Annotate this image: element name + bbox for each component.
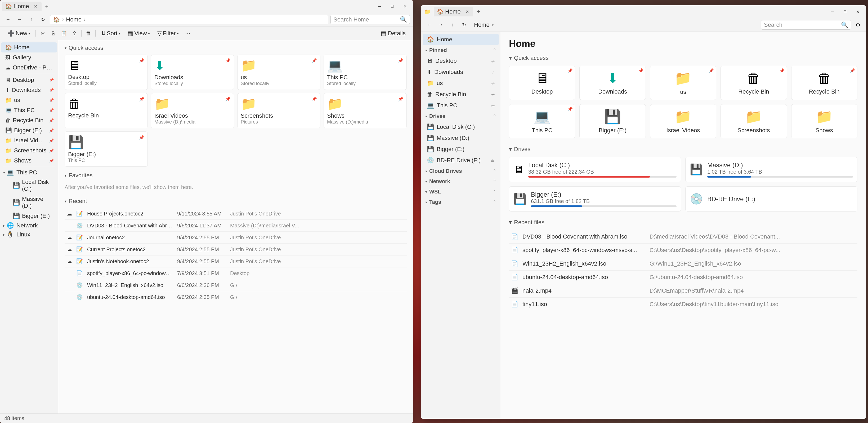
settings-btn-2[interactable]: ⚙ [853,20,863,30]
w2-sidebar-us[interactable]: 📁 us ⇌ [423,78,499,89]
copy-btn-1[interactable]: ⎘ [49,29,58,38]
w2-recent-section-head[interactable]: ▾ Recent files [509,219,858,226]
w2-recent-file-row[interactable]: 🎬 nala-2.mp4 D:\MCEmapper\Stuff\VR\nala-… [509,284,858,298]
qa-recycle[interactable]: 🗑 📌 Recycle Bin [65,93,148,128]
sidebar-item-screenshots[interactable]: 📁 Screenshots 📌 [1,145,57,156]
w2-sidebar-desktop[interactable]: 🖥 Desktop ⇌ [423,55,499,66]
new-tab-btn-1[interactable]: + [43,2,51,10]
sidebar-item-recycle[interactable]: 🗑 Recycle Bin 📌 [1,115,57,125]
qa-shows[interactable]: 📁 📌 Shows Massive (D:)\media [323,93,407,128]
tab-home-1[interactable]: 🏠 Home ✕ [2,2,41,11]
up-btn-1[interactable]: ↑ [27,15,36,24]
w2-drive-item[interactable]: 💿 BD-RE Drive (F:) [685,186,858,212]
maximize-btn-1[interactable]: □ [386,2,398,10]
w2-qa-screenshots[interactable]: 📁 Screenshots [720,104,787,138]
w2-cloud-section[interactable]: ▾ Cloud Drives ⌃ [421,166,500,176]
address-bar-1[interactable]: 🏠 › Home › [50,15,328,24]
recent-section-header[interactable]: ▾ Recent [65,198,407,205]
qa-biggere[interactable]: 💾 📌 Bigger (E:) This PC [65,132,148,167]
refresh-btn-2[interactable]: ↻ [459,20,469,30]
sidebar-linux-expand[interactable]: ▸ 🐧 Linux [1,230,57,239]
sidebar-localc[interactable]: 💾 Local Disk (C:) [8,177,57,194]
refresh-btn-1[interactable]: ↻ [38,15,48,24]
w2-pinned-section[interactable]: ▾ Pinned ⌃ [421,45,500,55]
w2-recent-file-row[interactable]: 📄 spotify_player-x86_64-pc-windows-msvc-… [509,244,858,257]
paste-btn-1[interactable]: 📋 [59,29,69,38]
w2-tags-section[interactable]: ▾ Tags ⌃ [421,197,500,207]
delete-btn-1[interactable]: 🗑 [84,29,93,38]
minimize-btn-1[interactable]: ─ [373,2,385,10]
w2-sidebar-massed[interactable]: 💾 Massive (D:) [423,133,499,144]
qa-section-header[interactable]: ▾ Quick access [65,45,407,51]
forward-btn-1[interactable]: → [15,15,24,24]
sidebar-thispc-expand[interactable]: ▾ 💻 This PC [1,168,57,177]
more-btn-1[interactable]: ⋯ [183,29,192,38]
w2-recent-file-row[interactable]: 📄 ubuntu-24.04-desktop-amd64.iso G:\ubun… [509,271,858,284]
sidebar-item-bigger[interactable]: 💾 Bigger (E:) 📌 [1,125,57,136]
w2-qa-desktop[interactable]: 📌 🖥 Desktop [509,66,575,100]
qa-thispc[interactable]: 💻 📌 This PC Stored locally [323,55,407,90]
tab-home-2[interactable]: 🏠 Home ✕ [434,7,473,17]
w2-drives-section-head[interactable]: ▾ Drives [509,146,858,153]
w2-qa-us[interactable]: 📌 📁 us [650,66,716,100]
recent-file-row[interactable]: ☁ 📝 Justin's Notebook.onetoc2 9/4/2024 2… [65,255,407,267]
recent-file-row[interactable]: ☁ 📝 Journal.onetoc2 9/4/2024 2:55 PM Jus… [65,232,407,244]
w2-qa-recycle2[interactable]: 📌 🗑 Recycle Bin [791,66,858,100]
qa-israelvideos[interactable]: 📁 📌 Israel Videos Massive (D:)\media [151,93,234,128]
details-btn-1[interactable]: ▤ Details [378,28,409,38]
sidebar-item-gallery[interactable]: 🖼 Gallery [1,53,57,62]
up-btn-2[interactable]: ↑ [447,20,457,30]
w2-qa-israelvideos[interactable]: 📁 Israel Videos [650,104,716,138]
sidebar-item-onedrive[interactable]: ☁ OneDrive - Persona [1,62,57,73]
w2-sidebar-localc[interactable]: 💾 Local Disk (C:) [423,121,499,133]
w2-network-section[interactable]: ▾ Network ⌃ [421,176,500,187]
recent-file-row[interactable]: ☁ 📝 Current Projects.onetoc2 9/4/2024 2:… [65,244,407,255]
recent-file-row[interactable]: 💿 DVD03 - Blood Covenant with Abram.iso … [65,220,407,232]
qa-downloads[interactable]: ⬇ 📌 Downloads Stored locally [151,55,234,90]
filter-btn-1[interactable]: ▽ Filter ▾ [154,28,182,38]
w2-drive-item[interactable]: 💾 Bigger (E:) 631.1 GB free of 1.82 TB [509,186,681,212]
sidebar-item-home[interactable]: 🏠 Home [1,43,57,53]
search-bar-1[interactable]: Search Home 🔍 [331,15,410,24]
sidebar-item-israelvideos[interactable]: 📁 Israel Videos 📌 [1,136,57,145]
qa-us[interactable]: 📁 📌 us Stored locally [237,55,320,90]
minimize-btn-2[interactable]: ─ [826,7,838,16]
w2-qa-section-head[interactable]: ▾ Quick access [509,55,858,61]
sidebar-item-shows[interactable]: 📁 Shows 📌 [1,156,57,166]
w2-qa-shows[interactable]: 📁 Shows [791,104,858,138]
qa-desktop[interactable]: 🖥 📌 Desktop Stored locally [65,55,148,90]
back-btn-1[interactable]: ← [3,15,13,24]
recent-file-row[interactable]: 💿 ubuntu-24.04-desktop-amd64.iso 6/6/202… [65,291,407,303]
forward-btn-2[interactable]: → [436,20,445,30]
w2-sidebar-bdre[interactable]: 💿 BD-RE Drive (F:) ⏏ [423,155,499,166]
sidebar-network-expand[interactable]: ▸ 🌐 Network [1,221,57,230]
sidebar-item-thispc[interactable]: 💻 This PC 📌 [1,105,57,115]
w2-qa-thispc[interactable]: 📌 💻 This PC [509,104,575,138]
sidebar-biggere[interactable]: 💾 Bigger (E:) [8,211,57,221]
sort-btn-1[interactable]: ⇅ Sort ▾ [98,28,123,38]
w2-recent-file-row[interactable]: 📄 DVD03 - Blood Covenant with Abram.iso … [509,230,858,244]
w2-sidebar-downloads[interactable]: ⬇ Downloads ⇌ [423,66,499,78]
recent-file-row[interactable]: ☁ 📝 House Projects.onetoc2 9/11/2024 8:5… [65,208,407,220]
maximize-btn-2[interactable]: □ [839,7,851,16]
w2-recent-file-row[interactable]: 📄 Win11_23H2_English_x64v2.iso G:\Win11_… [509,257,858,271]
sidebar-item-downloads[interactable]: ⬇ Downloads 📌 [1,85,57,95]
address-bar-2[interactable]: Home ▾ [471,20,759,30]
tab-close-2[interactable]: ✕ [464,9,470,15]
fav-section-header[interactable]: ▾ Favorites [65,172,407,179]
sidebar-item-desktop[interactable]: 🖥 Desktop 📌 [1,75,57,85]
close-btn-1[interactable]: ✕ [399,2,411,10]
w2-drives-section[interactable]: ▾ Drives ⌃ [421,111,500,121]
w2-qa-recycle1[interactable]: 📌 🗑 Recycle Bin [720,66,787,100]
tab-close-1[interactable]: ✕ [33,3,38,9]
sidebar-massed[interactable]: 💾 Massive (D:) [8,194,57,211]
close-btn-2[interactable]: ✕ [851,7,864,16]
qa-screenshots[interactable]: 📁 📌 Screenshots Pictures [237,93,320,128]
back-btn-2[interactable]: ← [424,20,434,30]
sidebar-item-us[interactable]: 📁 us 📌 [1,95,57,105]
w2-drive-item[interactable]: 💾 Massive (D:) 1.02 TB free of 3.64 TB [685,157,858,182]
w2-wsl-section[interactable]: ▾ WSL ⌃ [421,187,500,197]
new-btn-1[interactable]: ➕ New ▾ [4,28,33,38]
new-tab-btn-2[interactable]: + [474,7,483,16]
search-bar-2[interactable]: Search 🔍 [761,20,851,30]
